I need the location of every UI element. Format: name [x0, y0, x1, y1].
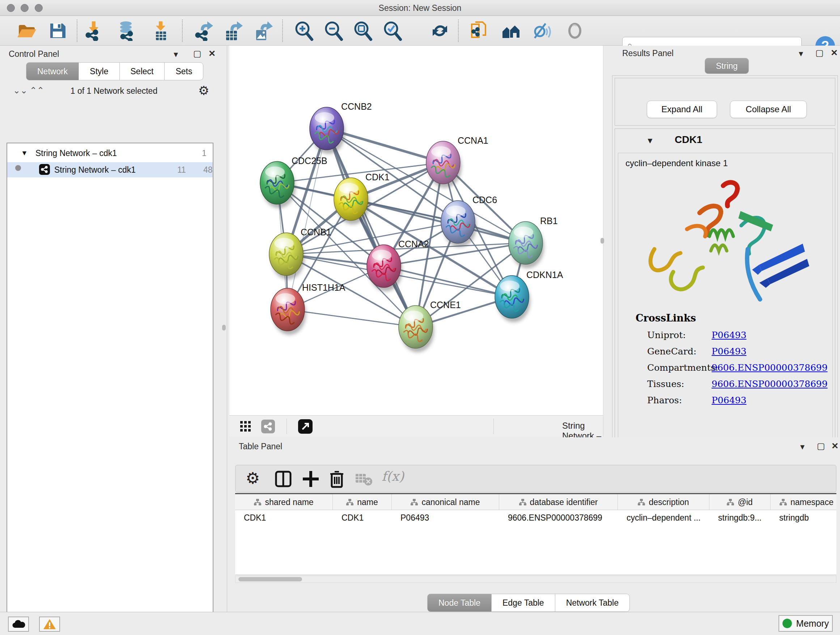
scrollbar-thumb[interactable] [238, 577, 302, 581]
gene-entry-header[interactable]: ▼ CDK1 [615, 129, 835, 153]
import-table-icon[interactable] [151, 21, 171, 41]
column-header-shared-name[interactable]: shared name [235, 494, 333, 510]
node-label-CDKN1A[interactable]: CDKN1A [526, 270, 563, 280]
crosslink-link[interactable]: 9606.ENSP00000378699 [712, 379, 828, 389]
node-label-CDC6[interactable]: CDC6 [472, 195, 497, 205]
export-network-icon[interactable] [194, 21, 214, 41]
collapse-panel-icon[interactable]: ▾ [799, 49, 803, 58]
minimize-window-icon[interactable] [21, 4, 28, 12]
vertical-splitter-handle[interactable] [600, 238, 604, 244]
delete-table-icon[interactable] [354, 469, 374, 489]
expand-all-icon[interactable]: ⌃⌃ [30, 86, 44, 96]
node-table: shared namenamecanonical namedatabase id… [235, 493, 836, 575]
node-label-HIST1H1A[interactable]: HIST1H1A [302, 282, 346, 293]
vertical-splitter-handle[interactable] [222, 325, 226, 331]
table-settings-gear-icon[interactable]: ⚙ [246, 469, 266, 489]
column-header-@id[interactable]: @id [709, 494, 771, 510]
column-header-namespace[interactable]: namespace [771, 494, 836, 510]
network-row[interactable]: String Network – cdk1 11 48 [7, 162, 213, 177]
refresh-view-icon[interactable] [430, 21, 450, 41]
import-network-icon[interactable] [83, 21, 103, 41]
function-builder-icon[interactable]: f(x) [382, 469, 402, 489]
expand-all-button[interactable]: Expand All [647, 101, 717, 118]
collapse-panel-icon[interactable]: ▾ [800, 442, 805, 451]
cloud-button[interactable] [8, 616, 29, 632]
tab-edge-table[interactable]: Edge Table [492, 594, 555, 612]
network-collection-row[interactable]: ▼ String Network – cdk1 1 [7, 147, 213, 162]
collapse-entry-icon[interactable]: ▼ [646, 136, 654, 146]
tab-style[interactable]: Style [79, 62, 119, 80]
warning-button[interactable] [39, 616, 60, 632]
export-image-icon[interactable] [253, 21, 273, 41]
network-canvas[interactable]: CCNB2CCNA1CDC25BCDK1CDC6RB1CCNB1CCNA2CDK… [229, 46, 603, 415]
tab-sets[interactable]: Sets [164, 62, 203, 80]
cell-shared-name[interactable]: CDK1 [235, 510, 333, 525]
tab-string[interactable]: String [705, 58, 749, 74]
string-home-icon[interactable] [501, 21, 521, 41]
close-window-icon[interactable] [7, 4, 15, 12]
crosslink-link[interactable]: P06493 [712, 346, 746, 356]
memory-button[interactable]: Memory [778, 615, 833, 632]
float-panel-icon[interactable]: ▢ [817, 442, 825, 450]
tab-select[interactable]: Select [120, 62, 165, 80]
cell-description[interactable]: cyclin–dependent ... [618, 510, 709, 525]
column-header-canonical-name[interactable]: canonical name [392, 494, 499, 510]
collapse-all-icon[interactable]: ⌄⌄ [13, 86, 27, 96]
zoom-selected-icon[interactable] [382, 21, 403, 41]
cell-namespace[interactable]: stringdb [771, 510, 836, 525]
float-panel-icon[interactable]: ▢ [193, 49, 202, 58]
collapse-panel-icon[interactable]: ▾ [174, 50, 178, 59]
gear-icon[interactable]: ⚙ [198, 83, 209, 98]
table-horizontal-scrollbar[interactable] [235, 576, 836, 583]
cell-canonical-name[interactable]: P06493 [392, 510, 499, 525]
tab-node-table[interactable]: Node Table [427, 594, 492, 612]
show-all-icon[interactable] [565, 21, 585, 41]
column-header-database-identifier[interactable]: database identifier [499, 494, 618, 510]
node-label-CCNA1[interactable]: CCNA1 [458, 135, 488, 146]
cell-@id[interactable]: stringdb:9... [709, 510, 771, 525]
collection-label: String Network – cdk1 [35, 149, 117, 158]
collection-expand-icon[interactable]: ▼ [21, 149, 28, 157]
import-network-from-database-icon[interactable] [117, 21, 137, 41]
export-table-icon[interactable] [223, 21, 243, 41]
open-session-icon[interactable] [17, 21, 37, 41]
share-document-icon[interactable] [470, 21, 490, 41]
node-label-CDK1[interactable]: CDK1 [365, 172, 390, 182]
cell-database-identifier[interactable]: 9606.ENSP00000378699 [499, 510, 618, 525]
zoom-out-icon[interactable] [324, 21, 344, 41]
crosslink-link[interactable]: P06493 [712, 395, 746, 405]
crosslink-link[interactable]: 9606.ENSP00000378699 [712, 363, 828, 373]
node-label-CDC25B[interactable]: CDC25B [292, 156, 327, 166]
column-header-name[interactable]: name [333, 494, 392, 510]
node-label-CCNB1[interactable]: CCNB1 [301, 227, 332, 237]
node-label-CCNE1[interactable]: CCNE1 [430, 300, 461, 310]
crosslink-row: Uniprot:P06493 [647, 330, 828, 346]
detach-view-icon[interactable] [298, 419, 313, 434]
close-panel-icon[interactable]: ✕ [831, 442, 838, 450]
node-label-RB1[interactable]: RB1 [540, 216, 558, 226]
save-session-icon[interactable] [47, 21, 68, 41]
show-columns-icon[interactable] [273, 469, 294, 489]
crosslink-link[interactable]: P06493 [712, 330, 746, 340]
cell-name[interactable]: CDK1 [333, 510, 392, 525]
zoom-fit-icon[interactable] [353, 21, 373, 41]
zoom-window-icon[interactable] [35, 4, 43, 12]
share-view-icon[interactable] [261, 420, 275, 433]
tab-network[interactable]: Network [26, 62, 79, 80]
node-label-CCNA2[interactable]: CCNA2 [398, 239, 429, 249]
table-panel-tabs: Node TableEdge TableNetwork Table [427, 594, 630, 612]
close-panel-icon[interactable]: ✕ [208, 49, 216, 58]
add-column-icon[interactable] [301, 469, 321, 489]
table-row[interactable]: CDK1CDK1P064939606.ENSP00000378699cyclin… [235, 510, 836, 525]
node-label-CCNB2[interactable]: CCNB2 [341, 101, 372, 111]
close-panel-icon[interactable]: ✕ [831, 49, 838, 57]
column-header-description[interactable]: description [618, 494, 709, 510]
grid-view-icon[interactable] [240, 421, 251, 432]
zoom-in-icon[interactable] [294, 21, 314, 41]
collapse-all-button[interactable]: Collapse All [730, 101, 807, 118]
crosslink-label: GeneCard: [647, 346, 696, 356]
hide-selected-icon[interactable] [532, 21, 552, 41]
tab-network-table[interactable]: Network Table [555, 594, 630, 612]
delete-column-icon[interactable] [327, 469, 347, 489]
float-panel-icon[interactable]: ▢ [815, 49, 824, 57]
